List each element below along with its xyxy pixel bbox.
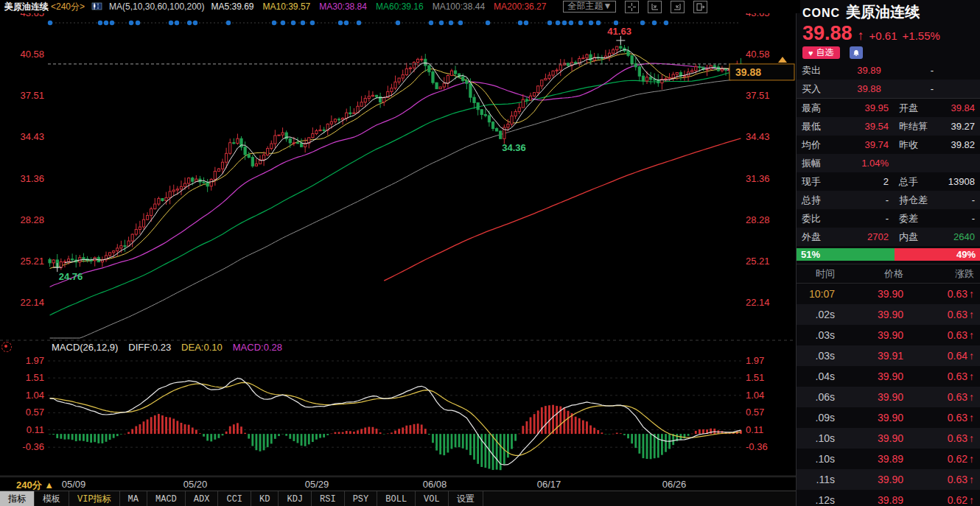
trade-time: .04s (802, 370, 835, 382)
ma-legend-item: MA30:38.84 (319, 1, 367, 12)
trade-change: 0.62↑ (903, 494, 974, 506)
toolbar-item-MACD[interactable]: MACD (147, 491, 186, 506)
trade-price: 39.90 (835, 329, 903, 341)
symbol-name: 美原油连续 (846, 2, 920, 22)
y-axis-label-left: 22.14 (20, 297, 44, 308)
macd-axis-label-right: 1.04 (746, 390, 764, 401)
symbol-code: CONC (802, 7, 840, 20)
quote-cell: 39.74 (841, 139, 889, 150)
trade-row[interactable]: 10:0739.900.63↑ (797, 284, 980, 304)
quote-cell: 最低 (802, 120, 841, 133)
favorite-label: 自选 (816, 46, 834, 59)
trade-row[interactable]: .03s39.900.63↑ (797, 325, 980, 345)
quote-cell: 昨收 (899, 138, 942, 152)
trade-row[interactable]: .12s39.890.62↑ (797, 490, 980, 506)
sell-ratio-segment: 49% (895, 248, 980, 261)
trade-change: 0.63↑ (903, 309, 974, 320)
y-axis-label-left: 31.36 (20, 173, 44, 184)
macd-axis-label-left: 1.97 (26, 355, 44, 366)
trade-time: .02s (802, 309, 835, 320)
trade-change: 0.63↑ (903, 288, 974, 300)
candles-group (49, 41, 742, 270)
chart-period-label[interactable]: <240分> (51, 1, 85, 13)
quote-cell: 1.04% (841, 158, 889, 169)
toolbar-item-模板[interactable]: 模板 (35, 491, 69, 506)
trade-price: 39.90 (835, 432, 903, 444)
toolbar-item-KDJ[interactable]: KDJ (279, 491, 312, 506)
trade-price: 39.90 (835, 391, 903, 403)
quote-row-最低: 最低39.54昨结算39.27 (797, 117, 980, 136)
quote-cell: - (931, 83, 975, 94)
trade-row[interactable]: .02s39.900.63↑ (797, 304, 980, 325)
quote-row-委比: 委比-委差- (797, 209, 980, 228)
up-arrow-icon: ↑ (969, 329, 974, 341)
quote-row-振幅: 振幅1.04% (797, 154, 980, 172)
trade-row[interactable]: .10s39.900.63↑ (797, 428, 980, 449)
add-favorite-button[interactable]: ♥ 自选 (802, 46, 840, 59)
chart-area: 美原油连续 <240分> MA(5,10,30,60,100,200) MA5:… (0, 0, 796, 506)
ma-legend-item: MA100:38.44 (433, 1, 485, 12)
trade-time: .09s (802, 412, 835, 424)
quote-cell: 2640 (942, 231, 975, 242)
trade-row[interactable]: .06s39.900.63↑ (797, 387, 980, 407)
trade-row[interactable]: .11s39.900.63↑ (797, 469, 980, 490)
trade-row[interactable]: .03s39.910.64↑ (797, 345, 980, 366)
candlestick-icon (91, 1, 102, 13)
y-axis-right-icon[interactable] (671, 1, 685, 13)
macd-macd-value: MACD:0.28 (233, 342, 282, 353)
y-axis-label-left: 37.51 (20, 90, 44, 101)
heart-icon: ♥ (808, 49, 813, 57)
trade-row[interactable]: .04s39.900.63↑ (797, 366, 980, 387)
toolbar-item-VIP指标[interactable]: VIP指标 (69, 491, 120, 506)
toolbar-item-RSI[interactable]: RSI (312, 491, 345, 506)
toolbar-item-KD[interactable]: KD (251, 491, 279, 506)
up-arrow-icon: ↑ (969, 432, 974, 444)
macd-legend: MACD(26,12,9) DIFF:0.23 DEA:0.10 MACD:0.… (52, 342, 282, 353)
ma-legend-item: MA5:39.69 (211, 1, 253, 12)
quote-row-买入: 买入39.88- (797, 80, 980, 99)
price-change: +0.61 (869, 29, 897, 42)
toolbar-item-BOLL[interactable]: BOLL (377, 491, 416, 506)
trades-table[interactable]: 10:0739.900.63↑.02s39.900.63↑.03s39.900.… (797, 284, 980, 506)
up-arrow-icon: ↑ (858, 28, 864, 43)
buy-ratio-segment: 51% (797, 248, 895, 261)
crosshair-icon[interactable] (625, 1, 639, 13)
y-axis-left-icon[interactable] (648, 1, 662, 13)
toolbar-item-VOL[interactable]: VOL (416, 491, 449, 506)
chart-top-bar: 美原油连续 <240分> MA(5,10,30,60,100,200) MA5:… (0, 0, 800, 13)
quote-row-卖出: 卖出39.89- (797, 61, 980, 80)
toolbar-item-PSY[interactable]: PSY (345, 491, 378, 506)
trades-header-price: 价格 (835, 267, 903, 281)
x-axis-date-label: 05/09 (62, 479, 86, 490)
macd-alert-icon[interactable] (1, 342, 12, 352)
up-arrow-icon: ↑ (969, 391, 974, 403)
quote-cell: 13908 (942, 176, 975, 187)
chart-annotation: 24.76 (59, 271, 83, 282)
trades-header-time: 时间 (802, 267, 835, 281)
quote-cell: 卖出 (802, 64, 838, 77)
macd-axis-label-left: -0.36 (22, 441, 44, 452)
toolbar-item-设置[interactable]: 设置 (449, 491, 483, 506)
toolbar-item-ADX[interactable]: ADX (186, 491, 219, 506)
x-axis-date-band: 240分 ▲ 05/0905/2005/2906/0806/1706/26 (0, 477, 796, 491)
price-alert-button[interactable] (850, 46, 863, 59)
trade-change: 0.62↑ (903, 453, 974, 465)
price-chart-svg[interactable]: 39.8841.6334.3624.7643.6543.6540.5840.58… (0, 0, 796, 479)
theme-dropdown-button[interactable]: 全部主题▼ (563, 1, 616, 13)
ma-legend-item: MA10:39.57 (263, 1, 311, 12)
chart-annotation: 34.36 (502, 142, 526, 153)
y-axis-label-right: 40.58 (746, 49, 770, 60)
macd-axis-label-right: 1.51 (746, 372, 764, 383)
toolbar-item-CCI[interactable]: CCI (218, 491, 251, 506)
pane-collapse-icon[interactable] (693, 1, 707, 13)
quote-cell: 最高 (802, 102, 841, 115)
up-arrow-icon: ↑ (969, 350, 974, 362)
quote-panel: CONC 美原油连续 39.88 ↑ +0.61 +1.55% ♥ 自选 (796, 0, 980, 506)
ma-legend: MA5:39.69MA10:39.57MA30:38.84MA60:39.16M… (211, 1, 546, 12)
quote-cell: 39.54 (841, 121, 889, 132)
toolbar-item-MA[interactable]: MA (120, 491, 147, 506)
trade-row[interactable]: .09s39.900.63↑ (797, 407, 980, 428)
trades-header-change: 涨跌 (903, 267, 974, 281)
toolbar-item-指标[interactable]: 指标 (0, 491, 35, 506)
trade-row[interactable]: .10s39.890.62↑ (797, 449, 980, 469)
